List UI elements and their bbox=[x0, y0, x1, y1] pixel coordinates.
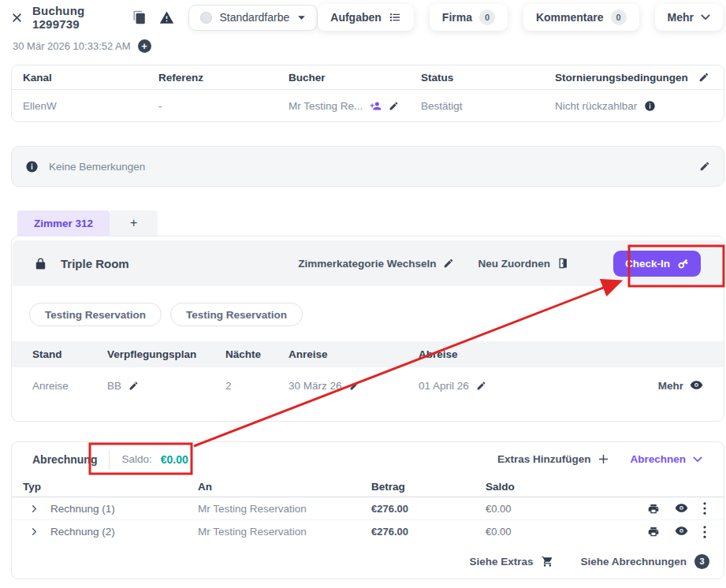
eye-icon[interactable] bbox=[675, 504, 688, 514]
add-extras-link[interactable]: Extras Hinzufügen bbox=[497, 453, 610, 465]
col-header-verpflegungsplan: Verpflegungsplan bbox=[107, 348, 225, 360]
edit-booking-icon[interactable] bbox=[695, 72, 713, 83]
divider bbox=[109, 450, 110, 469]
room-card: Triple Room Zimmerkategorie Wechseln Neu… bbox=[11, 236, 724, 422]
chevron-down-icon bbox=[693, 456, 702, 463]
copy-icon[interactable] bbox=[132, 10, 147, 24]
key-icon bbox=[675, 255, 691, 271]
saldo-value: €0.00 bbox=[161, 453, 188, 466]
comments-button-label: Kommentare bbox=[536, 11, 604, 24]
kebab-menu-icon[interactable] bbox=[703, 502, 706, 515]
referenz-value: - bbox=[158, 100, 289, 112]
more-button-label: Mehr bbox=[668, 11, 694, 24]
invoice-amount: €276.00 bbox=[371, 526, 486, 538]
col-header-stornierungsbedingungen: Stornierungsbedingungen bbox=[555, 72, 695, 84]
booking-detail-page: Buchung 1299739 Standardfarbe Aufgaben F… bbox=[0, 0, 726, 588]
color-select-label: Standardfarbe bbox=[220, 11, 290, 24]
col-header-status: Status bbox=[421, 72, 555, 84]
edit-meal-plan-icon[interactable] bbox=[128, 381, 139, 391]
stornierung-value: Nicht rückzahlbar bbox=[555, 100, 637, 112]
room-header-bar: Triple Room Zimmerkategorie Wechseln Neu… bbox=[13, 240, 723, 286]
close-icon[interactable] bbox=[11, 12, 23, 24]
lock-icon bbox=[34, 257, 47, 270]
col-header-anreise: Anreise bbox=[289, 348, 419, 360]
invoice-row: Rechnung (2) Mr Testing Reservation €276… bbox=[12, 520, 724, 543]
check-in-label: Check-In bbox=[625, 258, 670, 270]
add-room-tab[interactable]: + bbox=[110, 210, 158, 236]
color-swatch bbox=[200, 12, 212, 24]
remarks-bar: Keine Bemerkungen bbox=[11, 146, 724, 187]
booking-info-row: EllenW - Mr Testing Re... Bestätigt Nich… bbox=[12, 90, 724, 121]
warning-icon[interactable] bbox=[159, 10, 174, 25]
billing-footer: Siehe Extras Siehe Abrechnungen 3 bbox=[12, 547, 724, 575]
room-tabs: Zimmer 312 + bbox=[17, 210, 158, 236]
top-actions: Aufgaben Firma 0 Kommentare 0 Mehr bbox=[318, 4, 723, 31]
booking-timestamp-row: 30 Mär 2026 10:33:52 AM + bbox=[13, 39, 151, 53]
meal-plan-value: BB bbox=[107, 380, 121, 392]
settle-link[interactable]: Abrechnen bbox=[630, 453, 702, 465]
check-in-button[interactable]: Check-In bbox=[613, 251, 701, 277]
more-button[interactable]: Mehr bbox=[655, 4, 723, 31]
reservation-tag[interactable]: Testing Reservation bbox=[170, 303, 303, 326]
billing-title: Abrechnung bbox=[32, 453, 97, 466]
statements-count-badge: 3 bbox=[694, 554, 709, 569]
see-statements-link[interactable]: Siehe Abrechnungen 3 bbox=[580, 554, 709, 569]
pencil-icon bbox=[443, 258, 454, 269]
edit-arrival-icon[interactable] bbox=[349, 381, 359, 391]
info-icon[interactable] bbox=[644, 100, 656, 112]
company-button-label: Firma bbox=[442, 11, 472, 24]
color-select[interactable]: Standardfarbe bbox=[188, 5, 318, 31]
room-more-label: Mehr bbox=[658, 380, 683, 392]
departure-value: 01 April 26 bbox=[419, 380, 469, 392]
status-value: Bestätigt bbox=[421, 100, 555, 112]
col-header-stand: Stand bbox=[32, 348, 107, 360]
tasks-button-label: Aufgaben bbox=[330, 11, 382, 24]
comments-count-badge: 0 bbox=[611, 9, 627, 25]
room-table-header-row: Stand Verpflegungsplan Nächte Anreise Ab… bbox=[12, 341, 724, 367]
expand-invoice-2[interactable]: Rechnung (2) bbox=[23, 526, 198, 538]
reservation-tags: Testing Reservation Testing Reservation bbox=[29, 303, 724, 326]
col-header-referenz: Referenz bbox=[158, 72, 289, 84]
col-header-an: An bbox=[198, 481, 371, 493]
door-icon bbox=[557, 257, 569, 270]
edit-remarks-icon[interactable] bbox=[699, 161, 710, 172]
billing-table-header-row: Typ An Betrag Saldo bbox=[12, 476, 724, 497]
room-more-link[interactable]: Mehr bbox=[658, 380, 703, 392]
remarks-text: Keine Bemerkungen bbox=[49, 161, 145, 173]
invoice-type: Rechnung (2) bbox=[50, 526, 115, 538]
kebab-menu-icon[interactable] bbox=[703, 526, 706, 538]
edit-departure-icon[interactable] bbox=[476, 381, 486, 391]
col-header-bucher: Bucher bbox=[289, 72, 421, 84]
col-header-abreise: Abreise bbox=[419, 348, 703, 360]
see-statements-label: Siehe Abrechnungen bbox=[580, 556, 687, 568]
comments-button[interactable]: Kommentare 0 bbox=[523, 4, 639, 31]
reassign-room-link[interactable]: Neu Zuordnen bbox=[478, 257, 569, 270]
edit-bucher-icon[interactable] bbox=[389, 101, 399, 111]
room-name: Triple Room bbox=[61, 257, 129, 270]
invoice-type: Rechnung (1) bbox=[50, 503, 115, 515]
see-extras-label: Siehe Extras bbox=[469, 556, 533, 568]
tasks-button[interactable]: Aufgaben bbox=[318, 4, 414, 31]
see-extras-link[interactable]: Siehe Extras bbox=[469, 555, 554, 568]
company-button[interactable]: Firma 0 bbox=[430, 4, 508, 31]
reservation-tag[interactable]: Testing Reservation bbox=[29, 303, 162, 326]
booking-timestamp: 30 Mär 2026 10:33:52 AM bbox=[13, 40, 131, 52]
eye-icon[interactable] bbox=[675, 527, 688, 537]
change-room-category-link[interactable]: Zimmerkategorie Wechseln bbox=[298, 258, 454, 270]
col-header-betrag: Betrag bbox=[371, 481, 486, 493]
bucher-value: Mr Testing Re... bbox=[289, 100, 363, 112]
invoice-amount: €276.00 bbox=[371, 503, 486, 515]
page-title: Buchung 1299739 bbox=[32, 4, 121, 31]
add-timestamp-icon[interactable]: + bbox=[138, 39, 151, 53]
chevron-right-icon bbox=[30, 504, 39, 513]
tab-zimmer-312[interactable]: Zimmer 312 bbox=[17, 210, 110, 236]
billing-card: Abrechnung Saldo: €0.00 Extras Hinzufüge… bbox=[11, 441, 724, 579]
saldo-label: Saldo: bbox=[121, 453, 151, 465]
info-icon bbox=[25, 160, 39, 173]
expand-invoice-1[interactable]: Rechnung (1) bbox=[23, 503, 198, 515]
invoice-balance: €0.00 bbox=[486, 526, 626, 538]
booking-info-card: Kanal Referenz Bucher Status Stornierung… bbox=[11, 65, 724, 122]
print-icon[interactable] bbox=[647, 526, 660, 538]
person-add-icon[interactable] bbox=[370, 100, 382, 112]
print-icon[interactable] bbox=[647, 503, 660, 515]
